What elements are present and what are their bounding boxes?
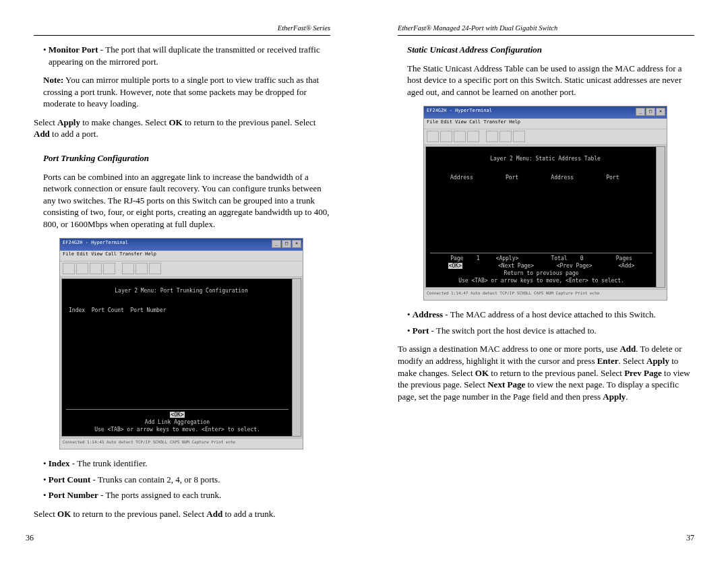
screenshot-port-trunking: EF24G2H - HyperTerminal _ □ × File Edit … — [59, 238, 303, 449]
statusbar: Connected 1:14:43 Auto detect TCP/IP SCR… — [60, 438, 303, 449]
note-label: Note: — [43, 75, 63, 85]
term-add-link: Add Link Aggregation — [66, 418, 289, 426]
window-controls: _ □ × — [636, 108, 665, 116]
section-static-unicast: Static Unicast Address Configuration — [407, 44, 694, 56]
bullet-port-count: Port Count - Trunks can contain 2, 4, or… — [43, 474, 330, 486]
toolbar-button[interactable] — [90, 263, 102, 274]
window-title: EF24G2H - HyperTerminal — [63, 240, 128, 245]
bullet-address: Address - The MAC address of a host devi… — [407, 309, 694, 321]
window-controls: _ □ × — [272, 240, 301, 248]
toolbar-button[interactable] — [454, 131, 466, 142]
term-ok-button[interactable]: <OK> — [170, 412, 184, 418]
term-footer: Page 1 <Apply> Total 0 Pages <OK> <Next … — [430, 253, 653, 285]
term-columns: Index Port Count Port Number — [69, 307, 297, 314]
terminal[interactable]: Layer 2 Menu: Static Address Table Addre… — [425, 146, 665, 288]
toolbar-button[interactable] — [499, 131, 512, 142]
close-icon[interactable]: × — [656, 108, 665, 116]
toolbar — [60, 261, 303, 277]
toolbar-button[interactable] — [467, 131, 479, 142]
page-number-right: 37 — [686, 532, 694, 543]
term-hint: Use <TAB> or arrow keys to move. <Enter>… — [66, 426, 289, 433]
menubar[interactable]: File Edit View Call Transfer Help — [424, 119, 667, 129]
term-columns: Address Port Address Port — [450, 174, 661, 181]
toolbar-button[interactable] — [76, 263, 88, 274]
menubar[interactable]: File Edit View Call Transfer Help — [60, 251, 303, 261]
toolbar-button[interactable] — [513, 131, 525, 142]
final-para-left: Select OK to return to the previous pane… — [34, 508, 330, 520]
page-right: EtherFast® Managed 24-Port with Dual Gig… — [364, 0, 728, 562]
window-titlebar: EF24G2H - HyperTerminal _ □ × — [60, 239, 303, 251]
statusbar: Connected 1:14:47 Auto detect TCP/IP SCR… — [424, 289, 667, 300]
term-header: Layer 2 Menu: Static Address Table — [430, 155, 661, 162]
close-icon[interactable]: × — [292, 240, 301, 248]
bullet-port: Port - The switch port the host device i… — [407, 325, 694, 337]
term-hint: Use <TAB> or arrow keys to move, <Enter>… — [430, 277, 653, 284]
maximize-icon[interactable]: □ — [282, 240, 291, 248]
bullet-index: Index - The trunk identifier. — [43, 458, 330, 470]
section-port-trunking: Port Trunking Configuration — [43, 152, 330, 164]
static-unicast-para: The Static Unicast Address Table can be … — [407, 63, 694, 98]
toolbar-button[interactable] — [486, 131, 498, 142]
term-footer: <OK> Add Link Aggregation Use <TAB> or a… — [66, 409, 289, 434]
select-para-left: Select Apply to make changes. Select OK … — [34, 117, 330, 140]
term-return: Return to previous page — [430, 270, 653, 277]
note-para: Note: You can mirror multiple ports to a… — [43, 74, 330, 110]
toolbar-button[interactable] — [122, 263, 134, 274]
bullet-port-number: Port Number - The ports assigned to each… — [43, 489, 330, 501]
toolbar-button[interactable] — [440, 131, 452, 142]
port-trunking-para: Ports can be combined into an aggregate … — [43, 171, 330, 230]
screenshot-static-address: EF24G2H - HyperTerminal _ □ × File Edit … — [423, 106, 667, 301]
bullet-monitor-port: Monitor Port - The port that will duplic… — [43, 44, 330, 67]
toolbar-button[interactable] — [149, 263, 161, 274]
term-nav-line: <OK> <Next Page> <Prev Page> <Add> — [430, 262, 653, 270]
page-left: EtherFast® Series Monitor Port - The por… — [0, 0, 364, 562]
minimize-icon[interactable]: _ — [272, 240, 281, 248]
toolbar-button[interactable] — [63, 263, 75, 274]
header-right: EtherFast® Managed 24-Port with Dual Gig… — [398, 24, 694, 36]
terminal[interactable]: Layer 2 Menu: Port Trunking Configuratio… — [61, 278, 301, 437]
window-title: EF24G2H - HyperTerminal — [427, 108, 492, 113]
toolbar-button[interactable] — [427, 131, 439, 142]
scrollbar[interactable] — [292, 279, 301, 436]
term-header: Layer 2 Menu: Port Trunking Configuratio… — [66, 287, 297, 294]
final-para-right: To assign a destination MAC address to o… — [398, 343, 694, 402]
page-number-left: 36 — [26, 532, 34, 543]
header-left: EtherFast® Series — [34, 24, 330, 36]
maximize-icon[interactable]: □ — [646, 108, 655, 116]
toolbar — [424, 129, 667, 145]
minimize-icon[interactable]: _ — [636, 108, 645, 116]
toolbar-button[interactable] — [103, 263, 115, 274]
term-page-line: Page 1 <Apply> Total 0 Pages — [430, 255, 653, 262]
label-monitor-port: Monitor Port — [49, 44, 98, 55]
note-text: You can mirror multiple ports to a singl… — [43, 75, 319, 108]
toolbar-button[interactable] — [135, 263, 148, 274]
scrollbar[interactable] — [656, 147, 665, 287]
window-titlebar: EF24G2H - HyperTerminal _ □ × — [424, 106, 667, 119]
